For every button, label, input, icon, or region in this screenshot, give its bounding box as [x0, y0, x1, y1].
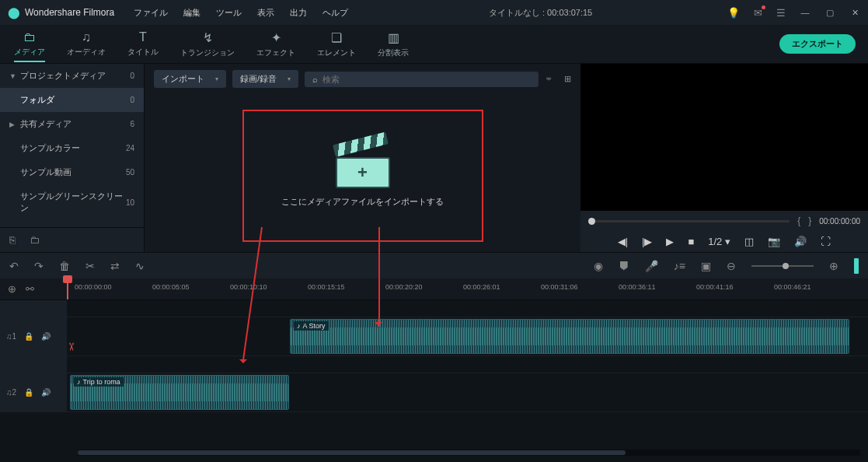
zoom-in-button[interactable]: ⊕ — [829, 260, 838, 272]
tips-icon[interactable]: 💡 — [727, 7, 740, 19]
quality-icon[interactable]: ◫ — [744, 236, 754, 247]
menu-file[interactable]: ファイル — [128, 7, 173, 19]
audio-track-2: ♫2🔒🔊 ♪Trip to roma — [0, 373, 868, 412]
menu-edit[interactable]: 編集 — [178, 7, 206, 19]
play-backward-button[interactable]: |▶ — [642, 236, 652, 247]
fullscreen-icon[interactable]: ⛶ — [821, 236, 831, 247]
delete-button[interactable]: 🗑 — [59, 260, 70, 272]
ruler-tick: 00:00:10:10 — [230, 283, 267, 291]
split-button[interactable]: ✂ — [85, 260, 95, 272]
ruler-tick: 00:00:20:20 — [385, 283, 423, 291]
tab-elements[interactable]: ❏エレメント — [306, 27, 367, 61]
volume-icon[interactable]: 🔊 — [794, 236, 807, 247]
zoom-slider[interactable] — [751, 265, 814, 267]
undo-button[interactable]: ↶ — [9, 260, 19, 272]
tab-audio-label: オーディオ — [67, 47, 106, 58]
playback-speed-dropdown[interactable]: 1/2▾ — [708, 236, 730, 247]
redo-button[interactable]: ↷ — [34, 260, 44, 272]
timeline-ruler[interactable]: 00:00:00:00 00:00:05:05 00:00:10:10 00:0… — [67, 278, 868, 299]
preview-progress[interactable] — [588, 220, 790, 222]
zoom-out-button[interactable]: ⊖ — [727, 260, 736, 272]
track-body[interactable]: ♪Trip to roma — [67, 373, 868, 411]
lock-icon[interactable]: 🔒 — [24, 388, 33, 397]
marker-icon[interactable]: ⛊ — [619, 260, 629, 272]
add-track-icon[interactable]: ⊕ — [8, 283, 16, 295]
list-icon[interactable]: ☰ — [776, 7, 786, 19]
sidebar-item-folder[interactable]: フォルダ0 — [0, 88, 144, 112]
mute-icon[interactable]: 🔊 — [41, 388, 51, 397]
audio-clip-trip-to-roma[interactable]: ♪Trip to roma — [70, 375, 289, 410]
import-dropdown-label: インポート — [162, 73, 204, 85]
grid-view-icon[interactable]: ⊞ — [564, 74, 571, 84]
tab-media-label: メディア — [14, 47, 45, 58]
tab-effects[interactable]: ✦エフェクト — [246, 27, 306, 61]
import-drop-zone[interactable]: + ここにメディアファイルをインポートする — [242, 110, 483, 242]
audio-clip-a-story[interactable]: ♪A Story — [290, 319, 849, 354]
tab-transitions[interactable]: ↯トランジション — [169, 27, 246, 61]
playhead[interactable] — [67, 278, 68, 299]
audio-track-1: ♫1🔒🔊 ♪A Story — [0, 317, 868, 356]
zoom-fit-button[interactable] — [854, 258, 859, 274]
search-input[interactable] — [322, 75, 531, 84]
timeline-toolbar: ↶ ↷ 🗑 ✂ ⇄ ∿ ◉ ⛊ 🎤 ♪≡ ▣ ⊖ ⊕ — [0, 252, 868, 278]
sidebar-item-sample-video[interactable]: サンプル動画50 — [0, 160, 144, 184]
media-pane: インポート▾ 録画/録音▾ ⌕ ⫧ ⊞ + ここにメディアファイルをインポートす… — [145, 64, 580, 252]
mark-out-icon[interactable]: } — [808, 215, 811, 226]
prev-frame-button[interactable]: ◀| — [618, 236, 628, 247]
mark-in-icon[interactable]: { — [797, 215, 800, 226]
drop-zone-text: ここにメディアファイルをインポートする — [281, 196, 444, 208]
ruler-tick: 00:00:41:16 — [696, 283, 734, 291]
search-box[interactable]: ⌕ — [305, 72, 539, 87]
menu-output[interactable]: 出力 — [284, 7, 312, 19]
mixer-icon[interactable]: ◉ — [594, 260, 603, 272]
music-icon: ♪ — [297, 322, 301, 330]
folder-icon[interactable]: 🗀 — [30, 234, 40, 246]
track-body[interactable]: ♪A Story — [67, 317, 868, 355]
speed-label: 1/2 — [708, 236, 722, 247]
mute-icon[interactable]: 🔊 — [41, 332, 51, 341]
play-button[interactable]: ▶ — [666, 236, 674, 247]
preview-video[interactable] — [580, 64, 868, 211]
scrollbar-thumb[interactable] — [78, 450, 626, 455]
menu-tools[interactable]: ツール — [211, 7, 247, 19]
sidebar-item-sample-color[interactable]: サンプルカラー24 — [0, 136, 144, 160]
minimize-button[interactable]: — — [800, 8, 810, 17]
filter-icon[interactable]: ⫧ — [545, 74, 553, 84]
cut-marker-icon[interactable]: ✂ — [65, 342, 78, 352]
sidebar-item-shared-media[interactable]: ▶共有メディア6 — [0, 112, 144, 136]
adjust-icon[interactable]: ⇄ — [110, 260, 120, 272]
split-icon: ▥ — [388, 30, 399, 45]
sidebar-item-green-screen[interactable]: サンプルグリーンスクリーン10 — [0, 184, 144, 220]
tab-split-label: 分割表示 — [378, 47, 409, 58]
voiceover-icon[interactable]: 🎤 — [645, 260, 658, 272]
tab-titles[interactable]: Tタイトル — [117, 27, 169, 61]
folder-icon: 🗀 — [23, 30, 36, 44]
link-icon[interactable]: ⚯ — [26, 283, 34, 295]
close-button[interactable]: ✕ — [849, 8, 860, 18]
stop-button[interactable]: ■ — [688, 236, 694, 247]
import-dropdown[interactable]: インポート▾ — [154, 70, 226, 88]
export-button[interactable]: エクスポート — [779, 34, 856, 54]
sidebar-item-project-media[interactable]: ▼プロジェクトメディア0 — [0, 64, 144, 88]
menu-help[interactable]: ヘルプ — [317, 7, 354, 19]
lock-icon[interactable]: 🔒 — [24, 332, 33, 341]
timeline-scrollbar[interactable] — [78, 450, 860, 456]
text-icon: T — [139, 30, 147, 44]
sidebar-item-count: 10 — [126, 198, 134, 207]
sidebar-item-count: 0 — [130, 96, 134, 104]
new-folder-icon[interactable]: ⎘ — [9, 234, 16, 246]
tab-split[interactable]: ▥分割表示 — [367, 27, 420, 61]
sidebar-item-label: 共有メディア — [20, 118, 130, 130]
render-icon[interactable]: ▣ — [701, 260, 711, 272]
timeline-ruler-row: ⊕ ⚯ 00:00:00:00 00:00:05:05 00:00:10:10 … — [0, 278, 868, 300]
snapshot-icon[interactable]: 📷 — [768, 236, 780, 247]
tab-audio[interactable]: ♫オーディオ — [56, 27, 117, 61]
menu-view[interactable]: 表示 — [252, 7, 280, 19]
clip-title: Trip to roma — [83, 378, 120, 386]
audio-settings-icon[interactable]: ♪≡ — [674, 260, 685, 272]
maximize-button[interactable]: ▢ — [824, 8, 835, 18]
tab-media[interactable]: 🗀メディア — [3, 27, 56, 61]
audio-wave-icon[interactable]: ∿ — [135, 260, 145, 272]
messages-icon[interactable]: ✉ — [754, 7, 762, 19]
record-dropdown[interactable]: 録画/録音▾ — [232, 70, 298, 88]
